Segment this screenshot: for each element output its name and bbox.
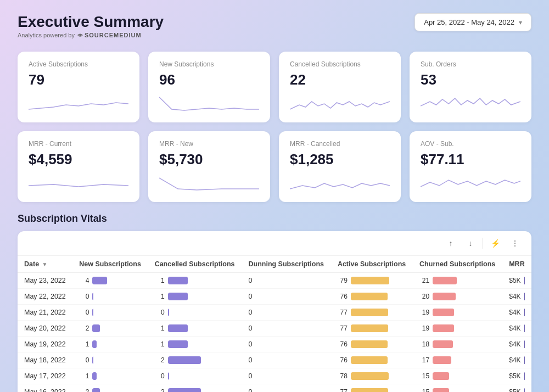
sparkline-sub-orders	[421, 94, 520, 114]
cell-churned-sub: 15	[413, 368, 502, 384]
data-table: Date ▼ New Subscriptions Cancelled Subsc…	[18, 256, 531, 392]
cell-new-sub: 0	[72, 352, 148, 368]
cell-active-sub: 77	[331, 384, 413, 393]
metric-label: Sub. Orders	[421, 60, 520, 68]
lightning-button[interactable]: ⚡	[488, 236, 503, 251]
date-range-picker[interactable]: Apr 25, 2022 - May 24, 2022 ▾	[414, 13, 531, 31]
metric-label: MRR - Current	[29, 140, 128, 148]
cell-dunning-sub: 0	[242, 305, 330, 321]
table-toolbar: ↑ ↓ ⚡ ⋮	[18, 231, 531, 256]
metric-label: AOV - Sub.	[421, 140, 520, 148]
col-churned-subscriptions[interactable]: Churned Subscriptions	[413, 256, 502, 273]
cell-mrr: $5K	[502, 368, 531, 384]
metric-aov-sub: AOV - Sub. $77.11	[410, 131, 531, 202]
cell-active-sub: 76	[331, 352, 413, 368]
metric-label: MRR - New	[159, 140, 259, 148]
svg-point-0	[79, 35, 81, 36]
more-options-button[interactable]: ⋮	[507, 236, 523, 251]
table-row: May 21, 20220007719$4K	[18, 305, 531, 321]
col-new-subscriptions[interactable]: New Subscriptions	[72, 256, 148, 273]
cell-dunning-sub: 0	[242, 273, 330, 289]
page-header: Executive Summary Analytics powered by S…	[18, 13, 531, 38]
sparkline-mrr-cancelled	[290, 173, 390, 193]
metric-label: MRR - Cancelled	[290, 140, 390, 148]
cell-mrr: $5K	[502, 384, 531, 393]
table-row: May 16, 20222207715$5K	[18, 384, 531, 393]
cell-dunning-sub: 0	[242, 321, 330, 337]
cell-churned-sub: 18	[413, 337, 502, 352]
col-cancelled-subscriptions[interactable]: Cancelled Subscriptions	[148, 256, 242, 273]
table-header-row: Date ▼ New Subscriptions Cancelled Subsc…	[18, 256, 531, 273]
sparkline-cancelled	[290, 94, 390, 114]
cell-mrr: $4K	[502, 337, 531, 352]
cell-dunning-sub: 0	[242, 337, 330, 352]
cell-cancelled-sub: 2	[148, 352, 242, 368]
cell-dunning-sub: 0	[242, 368, 330, 384]
cell-churned-sub: 19	[413, 321, 502, 337]
chevron-down-icon: ▾	[519, 19, 522, 26]
cell-mrr: $5K	[502, 273, 531, 289]
metric-value: 79	[29, 71, 128, 88]
table-row: May 20, 20222107719$4K	[18, 321, 531, 337]
logo-text: SOURCEMEDIUM	[85, 32, 142, 38]
metric-value: 96	[159, 71, 259, 88]
cell-active-sub: 76	[331, 289, 413, 305]
metrics-row-1: Active Subscriptions 79 New Subscription…	[18, 52, 531, 122]
metric-mrr-current: MRR - Current $4,559	[18, 131, 139, 202]
sparkline-mrr-current	[29, 173, 128, 193]
metric-active-subscriptions: Active Subscriptions 79	[18, 52, 139, 122]
sparkline-aov	[421, 173, 520, 193]
subscription-vitals-table: ↑ ↓ ⚡ ⋮ Date ▼ New Subscriptions Cancell…	[18, 231, 531, 392]
col-date[interactable]: Date ▼	[18, 256, 72, 273]
sourcemedium-logo-icon	[77, 32, 83, 38]
table-row: May 18, 20220207617$4K	[18, 352, 531, 368]
toolbar-divider	[483, 238, 483, 249]
cell-cancelled-sub: 1	[148, 289, 242, 305]
cell-churned-sub: 17	[413, 352, 502, 368]
cell-new-sub: 0	[72, 305, 148, 321]
col-active-subscriptions[interactable]: Active Subscriptions	[331, 256, 413, 273]
section-title: Subscription Vitals	[18, 213, 531, 225]
col-dunning-subscriptions[interactable]: Dunning Subscriptions	[242, 256, 330, 273]
cell-active-sub: 77	[331, 305, 413, 321]
metric-value: 22	[290, 71, 390, 88]
cell-date: May 22, 2022	[18, 289, 72, 305]
sparkline-mrr-new	[159, 173, 259, 193]
cell-date: May 20, 2022	[18, 321, 72, 337]
cell-cancelled-sub: 1	[148, 321, 242, 337]
cell-new-sub: 2	[72, 384, 148, 393]
metric-label: Active Subscriptions	[29, 60, 128, 68]
sparkline-active	[29, 94, 128, 114]
table-row: May 22, 20220107620$4K	[18, 289, 531, 305]
cell-active-sub: 78	[331, 368, 413, 384]
metric-value: $77.11	[421, 151, 520, 168]
col-mrr[interactable]: MRR	[502, 256, 531, 273]
metric-new-subscriptions: New Subscriptions 96	[148, 52, 270, 122]
table-row: May 17, 20221007815$5K	[18, 368, 531, 384]
cell-date: May 16, 2022	[18, 384, 72, 393]
date-range-value: Apr 25, 2022 - May 24, 2022	[424, 18, 514, 26]
cell-cancelled-sub: 1	[148, 273, 242, 289]
sort-asc-button[interactable]: ↑	[443, 236, 458, 251]
cell-cancelled-sub: 0	[148, 368, 242, 384]
cell-mrr: $4K	[502, 289, 531, 305]
metric-value: $5,730	[159, 151, 259, 168]
cell-date: May 18, 2022	[18, 352, 72, 368]
cell-active-sub: 76	[331, 337, 413, 352]
cell-date: May 23, 2022	[18, 273, 72, 289]
sparkline-new	[159, 94, 259, 114]
metric-label: New Subscriptions	[159, 60, 259, 68]
cell-mrr: $4K	[502, 305, 531, 321]
cell-dunning-sub: 0	[242, 352, 330, 368]
metric-value: $1,285	[290, 151, 390, 168]
cell-mrr: $4K	[502, 352, 531, 368]
metric-mrr-cancelled: MRR - Cancelled $1,285	[279, 131, 401, 202]
page-title: Executive Summary	[18, 13, 164, 31]
cell-dunning-sub: 0	[242, 384, 330, 393]
metric-sub-orders: Sub. Orders 53	[410, 52, 531, 122]
sort-desc-button[interactable]: ↓	[463, 236, 478, 251]
table-row: May 23, 20224107921$5K	[18, 273, 531, 289]
cell-date: May 21, 2022	[18, 305, 72, 321]
metric-cancelled-subscriptions: Cancelled Subscriptions 22	[279, 52, 401, 122]
metric-label: Cancelled Subscriptions	[290, 60, 390, 68]
